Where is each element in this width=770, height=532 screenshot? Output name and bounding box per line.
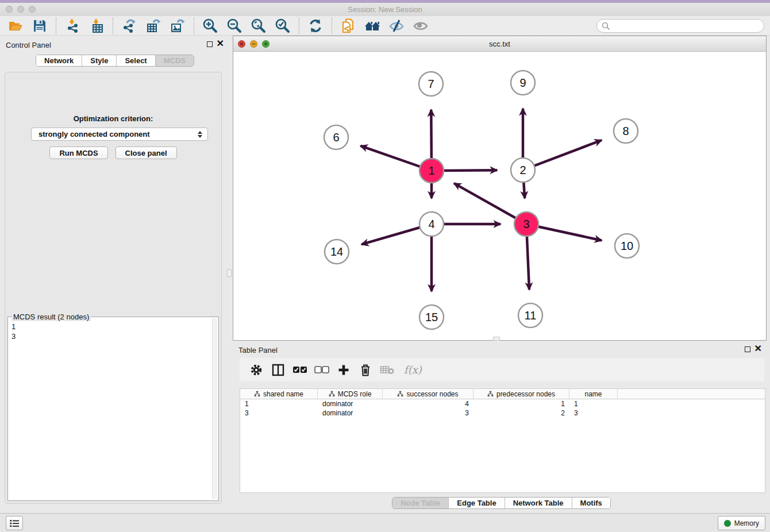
graph-node-label: 14 [330, 245, 343, 258]
tab-mcds[interactable]: MCDS [155, 55, 194, 66]
select-all-columns-button[interactable] [291, 361, 309, 379]
mcds-result-text[interactable]: 1 3 [11, 322, 211, 499]
import-table-icon [89, 18, 104, 33]
open-session-button[interactable] [7, 17, 24, 34]
toolbar-separator [56, 18, 56, 34]
zoom-out-button[interactable] [226, 17, 243, 34]
export-table-button[interactable] [145, 17, 162, 34]
import-table-button[interactable] [88, 17, 105, 34]
function-builder-button[interactable]: f(x) [401, 361, 422, 379]
search-field[interactable] [596, 19, 764, 33]
tab-motifs[interactable]: Motifs [572, 498, 610, 508]
cell-mcds-role[interactable]: dominator [318, 409, 383, 417]
control-panel-title: Control Panel [6, 41, 51, 49]
create-column-button[interactable] [335, 361, 352, 379]
vertical-splitter-grip[interactable] [227, 269, 232, 277]
export-network-button[interactable] [121, 17, 138, 34]
cell-name[interactable]: 1 [569, 400, 618, 408]
table-toolbar: f(x) [240, 358, 764, 381]
delete-table-button[interactable] [379, 361, 396, 379]
memory-button[interactable]: Memory [718, 516, 765, 530]
graph-node-label: 6 [333, 131, 339, 144]
apply-layout-button[interactable] [307, 17, 324, 34]
run-mcds-button[interactable]: Run MCDS [49, 147, 107, 159]
graph-node-11[interactable]: 11 [518, 303, 542, 327]
network-window-titlebar[interactable]: scc.txt [233, 36, 766, 52]
memory-label: Memory [734, 519, 759, 527]
tab-style[interactable]: Style [82, 55, 116, 66]
homes-icon [364, 18, 381, 33]
graph-node-7[interactable]: 7 [419, 72, 443, 96]
delete-column-button[interactable] [357, 361, 374, 379]
close-table-panel-icon[interactable]: ✕ [754, 343, 762, 354]
eye-slash-icon [388, 18, 405, 33]
unselect-all-columns-button[interactable] [313, 361, 330, 379]
column-header-shared-name[interactable]: shared name [240, 389, 318, 399]
columns-icon [272, 364, 284, 376]
graph-node-3[interactable]: 3 [514, 212, 538, 236]
tree-icon [487, 391, 494, 397]
cell-shared-name[interactable]: 1 [240, 400, 318, 408]
tab-network[interactable]: Network [36, 55, 82, 66]
criterion-select[interactable]: strongly connected component [31, 128, 208, 141]
table-panel-title: Table Panel [238, 346, 278, 354]
graph-node-6[interactable]: 6 [324, 125, 348, 149]
cell-successor-nodes[interactable]: 3 [383, 409, 473, 417]
network-graph[interactable]: 1234678910111415 [233, 52, 766, 340]
tab-node-table[interactable]: Node Table [392, 498, 448, 508]
cell-mcds-role[interactable]: dominator [318, 400, 383, 408]
mcds-result-title: MCDS result (2 nodes) [11, 313, 91, 321]
graph-node-8[interactable]: 8 [614, 119, 638, 143]
show-columns-button[interactable] [270, 361, 287, 379]
tab-select[interactable]: Select [116, 55, 155, 66]
column-header-name[interactable]: name [569, 389, 618, 399]
tab-edge-table[interactable]: Edge Table [448, 498, 504, 508]
cell-predecessor-nodes[interactable]: 2 [473, 409, 569, 417]
close-panel-icon[interactable]: ✕ [217, 38, 224, 49]
graph-node-1[interactable]: 1 [419, 159, 444, 183]
export-image-button[interactable] [169, 17, 186, 34]
show-visual-button[interactable] [412, 17, 429, 34]
graph-node-2[interactable]: 2 [511, 158, 535, 182]
control-panel-header: Control Panel ✕ [0, 36, 230, 53]
graph-node-15[interactable]: 15 [419, 305, 444, 329]
zoom-in-button[interactable] [202, 17, 219, 34]
float-table-panel-icon[interactable] [745, 346, 750, 352]
graph-node-4[interactable]: 4 [419, 212, 444, 236]
zoom-selected-button[interactable] [274, 17, 291, 34]
hide-visual-button[interactable] [388, 17, 405, 34]
trash-icon [360, 364, 371, 376]
save-session-button[interactable] [31, 17, 48, 34]
graph-node-14[interactable]: 14 [325, 240, 349, 264]
table-settings-button[interactable] [248, 361, 265, 379]
copy-network-button[interactable] [340, 17, 357, 34]
home-button[interactable] [364, 17, 381, 34]
mcds-result-line: 1 [11, 322, 211, 331]
table-row[interactable]: 1 dominator 4 1 1 [240, 399, 765, 408]
horizontal-splitter-grip[interactable] [493, 337, 500, 341]
mcds-tab-body: Optimization criterion: strongly connect… [5, 72, 222, 504]
column-header-predecessor-nodes[interactable]: predecessor nodes [473, 389, 569, 399]
column-header-successor-nodes[interactable]: successor nodes [383, 389, 473, 399]
graph-node-9[interactable]: 9 [511, 71, 535, 95]
float-panel-icon[interactable] [207, 41, 213, 47]
close-panel-button[interactable]: Close panel [116, 147, 177, 159]
search-input[interactable] [610, 20, 764, 32]
graph-node-10[interactable]: 10 [615, 234, 639, 258]
column-header-mcds-role[interactable]: MCDS role [318, 389, 383, 399]
export-table-icon [146, 18, 161, 33]
cell-shared-name[interactable]: 3 [240, 409, 318, 417]
zoom-out-icon [226, 18, 242, 34]
app-title: Session: New Session [0, 5, 770, 14]
tab-network-table[interactable]: Network Table [505, 498, 572, 508]
graph-node-label: 4 [428, 218, 434, 230]
network-canvas[interactable]: 1234678910111415 [233, 52, 766, 340]
task-history-button[interactable] [6, 516, 23, 530]
import-network-button[interactable] [64, 17, 81, 34]
cell-name[interactable]: 3 [569, 409, 618, 417]
result-scrollbar[interactable] [212, 318, 218, 499]
zoom-fit-button[interactable] [250, 17, 267, 34]
cell-successor-nodes[interactable]: 4 [383, 400, 473, 408]
cell-predecessor-nodes[interactable]: 1 [473, 400, 569, 408]
table-row[interactable]: 3 dominator 3 2 3 [240, 408, 765, 418]
